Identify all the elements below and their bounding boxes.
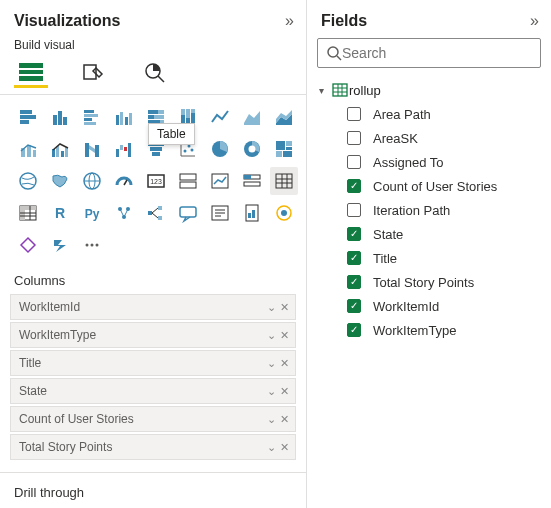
svg-rect-40 [95,145,99,157]
svg-rect-7 [20,115,36,119]
line-chart-icon[interactable] [206,103,234,131]
arcgis-map-icon[interactable] [270,199,298,227]
svg-rect-57 [286,141,292,146]
column-field[interactable]: WorkItemId⌄✕ [10,294,296,320]
field-checkbox[interactable] [347,275,361,289]
tab-visual[interactable] [14,58,48,88]
field-row[interactable]: State [319,222,545,246]
stacked-column-icon[interactable] [46,103,74,131]
field-checkbox[interactable] [347,107,361,121]
pie-chart-icon[interactable] [206,135,234,163]
clustered-column-icon[interactable] [110,103,138,131]
stacked-bar-icon[interactable] [14,103,42,131]
svg-rect-69 [180,182,196,188]
field-row[interactable]: Title [319,246,545,270]
field-checkbox[interactable] [347,179,361,193]
field-checkbox[interactable] [347,131,361,145]
field-checkbox[interactable] [347,299,361,313]
azure-map-icon[interactable] [78,167,106,195]
chevron-down-icon[interactable]: ⌄ [267,413,276,426]
svg-rect-37 [61,151,64,157]
remove-field-icon[interactable]: ✕ [280,301,289,314]
matrix-icon[interactable] [14,199,42,227]
chevron-down-icon[interactable]: ⌄ [267,385,276,398]
chevron-down-icon[interactable]: ⌄ [267,301,276,314]
more-visuals-icon[interactable] [78,231,106,259]
chevron-down-icon[interactable]: ⌄ [267,441,276,454]
gauge-icon[interactable] [110,167,138,195]
fields-search[interactable] [317,38,541,68]
svg-rect-56 [276,141,285,150]
multi-row-card-icon[interactable] [174,167,202,195]
column-field[interactable]: Count of User Stories⌄✕ [10,406,296,432]
columns-well[interactable]: WorkItemId⌄✕WorkItemType⌄✕Title⌄✕State⌄✕… [0,294,306,462]
field-row[interactable]: WorkItemId [319,294,545,318]
svg-line-5 [158,76,164,82]
table-node-rollup[interactable]: ▾ rollup [319,78,545,102]
table-icon[interactable] [270,167,298,195]
field-checkbox[interactable] [347,155,361,169]
slicer-icon[interactable] [238,167,266,195]
column-field[interactable]: Total Story Points⌄✕ [10,434,296,460]
line-clustered-column-icon[interactable] [46,135,74,163]
waterfall-icon[interactable] [110,135,138,163]
svg-line-91 [124,209,128,217]
remove-field-icon[interactable]: ✕ [280,413,289,426]
svg-rect-72 [244,175,251,179]
field-checkbox[interactable] [347,203,361,217]
qa-visual-icon[interactable] [174,199,202,227]
field-checkbox[interactable] [347,227,361,241]
field-row[interactable]: Total Story Points [319,270,545,294]
area-chart-icon[interactable] [238,103,266,131]
remove-field-icon[interactable]: ✕ [280,441,289,454]
clustered-bar-icon[interactable] [78,103,106,131]
remove-field-icon[interactable]: ✕ [280,357,289,370]
field-checkbox[interactable] [347,323,361,337]
field-label: Assigned To [373,155,444,170]
treemap-icon[interactable] [270,135,298,163]
filled-map-icon[interactable] [46,167,74,195]
paginated-report-icon[interactable] [238,199,266,227]
tab-analytics[interactable] [138,58,172,88]
donut-chart-icon[interactable] [238,135,266,163]
svg-rect-104 [252,210,255,218]
svg-rect-34 [33,150,36,157]
key-influencers-icon[interactable] [110,199,138,227]
card-icon[interactable]: 123 [142,167,170,195]
column-field[interactable]: WorkItemType⌄✕ [10,322,296,348]
field-row[interactable]: Area Path [319,102,545,126]
field-row[interactable]: Count of User Stories [319,174,545,198]
ribbon-chart-icon[interactable] [78,135,106,163]
tab-format[interactable] [76,58,110,88]
python-visual-icon[interactable]: Py [78,199,106,227]
power-apps-icon[interactable] [14,231,42,259]
smart-narrative-icon[interactable] [206,199,234,227]
stacked-area-icon[interactable] [270,103,298,131]
remove-field-icon[interactable]: ✕ [280,385,289,398]
r-visual-icon[interactable]: R [46,199,74,227]
remove-field-icon[interactable]: ✕ [280,329,289,342]
field-row[interactable]: WorkItemType [319,318,545,342]
collapse-fields-icon[interactable]: » [530,12,539,30]
collapse-viz-icon[interactable]: » [285,12,294,30]
chevron-down-icon[interactable]: ⌄ [267,329,276,342]
svg-point-107 [86,244,89,247]
svg-rect-17 [120,112,123,125]
column-field[interactable]: Title⌄✕ [10,350,296,376]
power-automate-icon[interactable] [46,231,74,259]
map-icon[interactable] [14,167,42,195]
chevron-down-icon[interactable]: ⌄ [267,357,276,370]
field-checkbox[interactable] [347,251,361,265]
field-row[interactable]: Iteration Path [319,198,545,222]
kpi-icon[interactable] [206,167,234,195]
svg-rect-0 [19,63,43,81]
field-row[interactable]: Assigned To [319,150,545,174]
field-row[interactable]: AreaSK [319,126,545,150]
svg-rect-8 [20,120,29,124]
column-field[interactable]: State⌄✕ [10,378,296,404]
svg-text:Py: Py [85,207,100,221]
line-stacked-column-icon[interactable] [14,135,42,163]
search-input[interactable] [342,45,532,61]
fields-pane: Fields » ▾ rollup Area PathAreaSKAssigne… [306,0,551,508]
decomposition-tree-icon[interactable] [142,199,170,227]
